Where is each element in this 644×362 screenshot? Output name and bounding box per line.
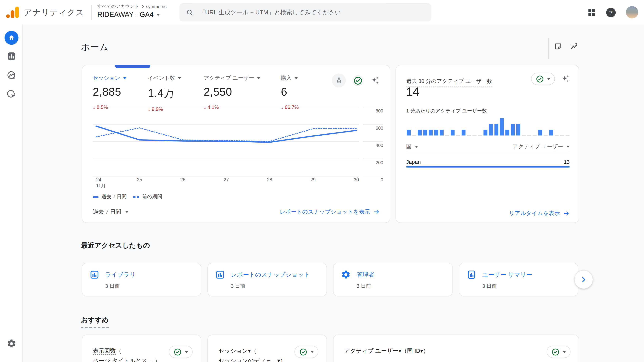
recent-card-admin[interactable]: 管理者 3 日前 (333, 263, 453, 297)
svg-text:400: 400 (376, 143, 383, 148)
help-button[interactable]: ? (606, 7, 616, 17)
svg-text:200: 200 (376, 160, 383, 165)
table-row: Japan 13 (406, 156, 570, 165)
user-summary-icon (466, 270, 476, 280)
dropdown-arrow-icon (185, 351, 188, 353)
overview-card: セッション 2,885 ↓ 8.5% イベント数 1.4万 ↓ 9.9% アクテ… (82, 65, 390, 223)
app-window: { "header": { "product_name": "アナリティクス",… (0, 0, 644, 362)
recent-card-time: 3 日前 (105, 283, 194, 290)
sparkle-icon (561, 74, 570, 84)
metric-selector-sessions[interactable]: セッション (93, 74, 126, 82)
recent-card-library[interactable]: ライブラリ 3 日前 (82, 263, 201, 297)
breadcrumb-org: symmetric (146, 4, 166, 9)
svg-text:0: 0 (381, 177, 383, 182)
insights-button[interactable] (570, 42, 579, 51)
dropdown-arrow-icon (294, 77, 298, 79)
active-users-30min-value: 14 (406, 85, 420, 99)
gear-icon (6, 339, 16, 349)
check-circle-icon (299, 348, 308, 356)
dropdown-arrow-icon (178, 77, 181, 79)
carousel-next-button[interactable] (575, 271, 593, 289)
metric-value: 1.4万 (148, 86, 181, 100)
dimension-selector[interactable]: 国 (406, 143, 418, 150)
nav-settings[interactable] (0, 339, 22, 349)
arrow-right-icon (563, 210, 570, 217)
chevron-right-icon (141, 5, 144, 8)
check-circle-icon (352, 75, 364, 86)
recent-card-time: 3 日前 (231, 283, 319, 290)
metric-selector-purchases[interactable]: 購入 (281, 74, 299, 82)
data-quality-pill[interactable] (547, 346, 570, 358)
search-bar[interactable] (180, 3, 431, 21)
country-value-bar (406, 166, 570, 168)
header-icons-divider (548, 38, 549, 59)
chevron-down-icon (156, 14, 160, 16)
suggested-card-views[interactable]: 表示回数（ ページ タイトルとス… ） (82, 335, 201, 362)
metric-value: 6 (281, 86, 299, 98)
insights-icon (570, 42, 579, 51)
dropdown-arrow-icon (547, 78, 550, 80)
recent-card-time: 3 日前 (482, 283, 570, 290)
nav-home[interactable] (0, 31, 22, 45)
date-range-selector[interactable]: 過去 7 日間 (93, 208, 128, 215)
account-avatar[interactable] (626, 6, 638, 18)
metric-selector-events[interactable]: イベント数 (148, 74, 181, 82)
apps-grid-button[interactable] (587, 8, 596, 17)
data-quality-pill[interactable] (294, 346, 318, 358)
realtime-link[interactable]: リアルタイムを表示 (509, 210, 570, 217)
recent-card-user-summary[interactable]: ユーザー サマリー 3 日前 (459, 263, 578, 297)
search-icon (186, 8, 194, 16)
recent-card-time: 3 日前 (356, 283, 445, 290)
dropdown-arrow-icon (123, 77, 126, 79)
notes-button[interactable] (554, 42, 562, 51)
realtime-data-quality-button[interactable] (531, 73, 555, 85)
per-minute-bar-chart (406, 117, 570, 136)
nav-explore[interactable] (0, 70, 22, 80)
admin-gear-icon (341, 270, 351, 280)
suggested-card-active-users[interactable]: アクティブ ユーザー▾（国 ID▾） (333, 335, 579, 362)
data-quality-button[interactable] (352, 75, 364, 86)
note-icon (554, 42, 562, 50)
svg-text:30: 30 (354, 177, 359, 182)
medal-icon (335, 76, 343, 84)
avatar (626, 6, 638, 18)
legend-current-swatch (93, 196, 98, 198)
check-circle-icon (551, 348, 560, 356)
chart-legend: 過去 7 日間 前の期間 (93, 193, 162, 200)
gemini-insights-button[interactable] (370, 75, 380, 85)
dropdown-arrow-icon (310, 351, 314, 353)
search-input[interactable] (199, 9, 425, 16)
per-minute-label: 1 分あたりのアクティブ ユーザー数 (406, 107, 487, 114)
metric-selector[interactable]: アクティブ ユーザー (513, 143, 570, 150)
nav-reports[interactable] (0, 51, 22, 61)
arrow-right-icon (373, 209, 380, 215)
gemini-insights-button[interactable] (561, 74, 570, 84)
chevron-right-icon (580, 276, 587, 283)
account-switcher[interactable]: すべてのアカウント symmetric RIDEAWAY - GA4 (97, 3, 166, 19)
svg-text:800: 800 (376, 108, 383, 113)
help-icon: ? (606, 7, 616, 17)
metric-selector-active-users[interactable]: アクティブ ユーザー (204, 74, 260, 82)
svg-text:25: 25 (137, 177, 142, 182)
benchmark-medal-button[interactable] (332, 73, 346, 87)
property-name: RIDEAWAY - GA4 (97, 10, 154, 19)
suggested-card-sessions[interactable]: セッション▾（ セッションのデフォ…▾） (208, 335, 327, 362)
term-views: 表示回数 (93, 347, 116, 355)
nav-advertising[interactable] (0, 89, 22, 99)
header-divider (91, 5, 92, 20)
dropdown-arrow-icon (563, 351, 566, 353)
svg-text:24: 24 (96, 177, 101, 182)
legend-current-label: 過去 7 日間 (102, 193, 127, 200)
report-snapshot-link[interactable]: レポートのスナップショットを表示 (280, 208, 380, 215)
svg-text:27: 27 (224, 177, 229, 182)
recent-card-report-snapshot[interactable]: レポートのスナップショット 3 日前 (208, 263, 327, 297)
table-divider (406, 153, 570, 153)
term-page-title: ページ タイトルとス… (93, 357, 153, 362)
data-quality-pill[interactable] (169, 346, 193, 358)
svg-text:28: 28 (267, 177, 272, 182)
legend-previous-swatch (133, 196, 140, 198)
dropdown-arrow-icon (125, 211, 128, 213)
check-circle-icon (173, 348, 182, 356)
active-tab-indicator (115, 65, 150, 68)
metric-value: 2,550 (204, 86, 260, 98)
